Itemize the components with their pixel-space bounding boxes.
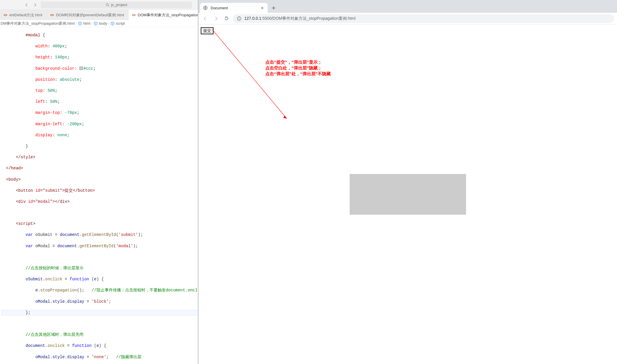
nav-forward-icon[interactable] <box>31 1 38 8</box>
browser-url-field[interactable]: 127.0.0.1:5500/DOM事件对象方法_stopPropagation… <box>233 14 614 23</box>
browser-url-text: 127.0.0.1:5500/DOM事件对象方法_stopPropagation… <box>244 16 355 21</box>
browser-tab-title: Document <box>211 6 257 10</box>
chevron-right-icon: › <box>76 22 77 25</box>
editor-top-bar: js_project <box>0 0 198 10</box>
browser-reload-button[interactable] <box>222 15 230 23</box>
globe-icon <box>203 6 208 10</box>
svg-point-0 <box>106 3 108 6</box>
browser-tab-0[interactable]: Document <box>200 3 268 13</box>
breadcrumb-script[interactable]: script <box>111 21 125 26</box>
browser-viewport[interactable]: 提交 点击“提交”，“弹出层”显示； 点击空白处，“弹出层”隐藏； 点击“弹出层… <box>198 24 617 364</box>
editor-tab-label: DOM时间对象的preventDefault案例.html <box>56 12 124 18</box>
breadcrumb-body[interactable]: body <box>94 21 107 26</box>
info-icon[interactable] <box>237 16 241 21</box>
browser-pane: Document 127.0.0.1:5500/DOM事件对象方法_stopPr… <box>198 0 617 364</box>
chevron-right-icon: › <box>92 22 93 25</box>
annotation-text: 点击“提交”，“弹出层”显示； 点击空白处，“弹出层”隐藏； 点击“弹出层”处，… <box>265 59 331 77</box>
editor-nav <box>0 1 38 8</box>
submit-button[interactable]: 提交 <box>201 27 214 34</box>
editor-tab-1[interactable]: DOM时间对象的preventDefault案例.html <box>47 10 128 20</box>
html-file-icon <box>3 13 8 17</box>
editor-tab-label: entDefault方法.html <box>9 12 42 18</box>
code-editor[interactable]: #modal { width: 400px; height: 140px; ba… <box>0 27 198 364</box>
html-file-icon <box>131 13 136 17</box>
modal-popup[interactable] <box>350 174 466 215</box>
editor-search-text: js_project <box>111 3 127 7</box>
editor-tab-label: DOM事件对象方法_stopPropagation <box>138 12 198 18</box>
svg-marker-5 <box>283 116 287 119</box>
search-icon <box>106 3 109 7</box>
breadcrumb: DM事件对象方法_stopPropagation案例.html › html ›… <box>0 20 198 27</box>
symbol-icon <box>78 21 82 26</box>
symbol-icon <box>94 21 98 26</box>
editor-pane: js_project entDefault方法.html DOM时间对象的pre… <box>0 0 198 364</box>
nav-back-icon[interactable] <box>23 1 30 8</box>
editor-tabs: entDefault方法.html DOM时间对象的preventDefault… <box>0 10 198 20</box>
breadcrumb-html[interactable]: html <box>78 21 90 26</box>
browser-back-button[interactable] <box>201 15 209 23</box>
new-tab-button[interactable] <box>269 4 278 12</box>
editor-tab-2[interactable]: DOM事件对象方法_stopPropagation <box>129 10 198 20</box>
chevron-right-icon: › <box>108 22 109 25</box>
close-icon[interactable] <box>259 5 265 10</box>
browser-forward-button[interactable] <box>212 15 220 23</box>
editor-tab-0[interactable]: entDefault方法.html <box>0 10 47 20</box>
color-swatch-icon <box>79 67 83 70</box>
breadcrumb-file[interactable]: DM事件对象方法_stopPropagation案例.html <box>1 21 74 26</box>
symbol-icon <box>111 21 115 26</box>
code-content: #modal { width: 400px; height: 140px; ba… <box>1 27 198 364</box>
browser-address-bar: 127.0.0.1:5500/DOM事件对象方法_stopPropagation… <box>198 13 617 24</box>
html-file-icon <box>49 13 54 17</box>
editor-search-box[interactable]: js_project <box>41 1 192 8</box>
browser-tabs: Document <box>198 0 617 13</box>
svg-point-3 <box>239 17 239 18</box>
